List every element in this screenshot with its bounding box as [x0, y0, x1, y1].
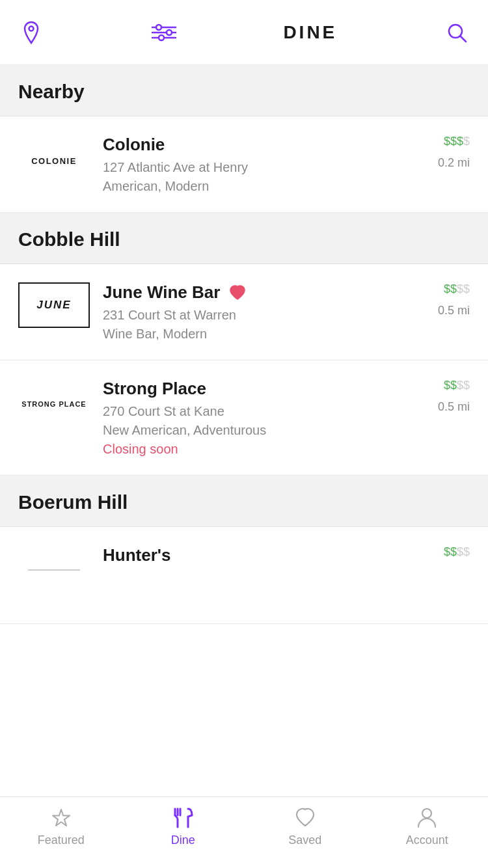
section-boerum-hill: Boerum Hill — [0, 476, 488, 526]
nav-item-featured[interactable]: Featured — [0, 806, 122, 847]
featured-label: Featured — [38, 834, 85, 847]
section-cobble-hill-title: Cobble Hill — [18, 228, 120, 250]
strong-place-right: $$$$ 0.5 mi — [418, 379, 470, 414]
star-icon — [49, 806, 73, 830]
location-icon[interactable] — [18, 20, 44, 46]
svg-point-0 — [29, 26, 34, 31]
svg-point-4 — [156, 25, 161, 30]
filter-icon[interactable] — [151, 20, 177, 46]
section-nearby-title: Nearby — [18, 81, 85, 102]
colonie-address: 127 Atlantic Ave at Henry — [103, 160, 405, 175]
colonie-price: $$$$ — [444, 135, 470, 148]
june-price: $$$$ — [444, 282, 470, 296]
colonie-right: $$$$ 0.2 mi — [418, 135, 470, 170]
colonie-cuisine: American, Modern — [103, 179, 405, 194]
hunters-name: Hunter's — [103, 545, 170, 565]
app-header: DINE — [0, 0, 488, 65]
svg-point-6 — [159, 35, 164, 40]
nav-item-account[interactable]: Account — [366, 806, 489, 847]
colonie-distance: 0.2 mi — [438, 156, 470, 170]
june-name-row: June Wine Bar — [103, 282, 405, 303]
hunters-price: $$$$ — [444, 545, 470, 559]
bottom-navigation: Featured Dine Saved — [0, 796, 488, 868]
section-nearby: Nearby — [0, 65, 488, 116]
svg-line-8 — [460, 36, 466, 42]
dine-label: Dine — [171, 834, 195, 847]
person-icon — [415, 806, 439, 830]
nav-item-dine[interactable]: Dine — [122, 806, 245, 847]
svg-point-5 — [167, 30, 172, 35]
colonie-logo: COLONIE — [18, 135, 90, 187]
strong-place-distance: 0.5 mi — [438, 400, 470, 414]
june-info: June Wine Bar 231 Court St at Warren Win… — [103, 282, 405, 342]
hunters-right: $$$$ — [418, 545, 470, 559]
search-icon[interactable] — [444, 20, 470, 46]
restaurant-hunters[interactable]: Hunter's $$$$ — [0, 527, 488, 624]
strong-place-closing: Closing soon — [103, 442, 405, 457]
strong-place-name: Strong Place — [103, 379, 206, 399]
colonie-name-row: Colonie — [103, 135, 405, 155]
june-right: $$$$ 0.5 mi — [418, 282, 470, 318]
hunters-name-row: Hunter's — [103, 545, 405, 565]
colonie-info: Colonie 127 Atlantic Ave at Henry Americ… — [103, 135, 405, 194]
hunters-info: Hunter's — [103, 545, 405, 571]
account-label: Account — [406, 834, 448, 847]
june-address: 231 Court St at Warren — [103, 308, 405, 323]
june-distance: 0.5 mi — [438, 304, 470, 318]
nav-item-saved[interactable]: Saved — [244, 806, 366, 847]
restaurant-june-wine-bar[interactable]: JUNE June Wine Bar 231 Court St at Warre… — [0, 264, 488, 360]
heart-icon — [293, 806, 317, 830]
june-logo: JUNE — [18, 282, 90, 328]
fork-knife-icon — [171, 806, 195, 830]
restaurant-colonie[interactable]: COLONIE Colonie 127 Atlantic Ave at Henr… — [0, 116, 488, 213]
strong-place-price: $$$$ — [444, 379, 470, 392]
section-cobble-hill: Cobble Hill — [0, 213, 488, 264]
main-content: Nearby COLONIE Colonie 127 Atlantic Ave … — [0, 65, 488, 702]
restaurant-strong-place[interactable]: STRONG PLACE Strong Place 270 Court St a… — [0, 360, 488, 476]
strong-place-name-row: Strong Place — [103, 379, 405, 399]
section-boerum-hill-title: Boerum Hill — [18, 491, 128, 513]
strong-place-address: 270 Court St at Kane — [103, 404, 405, 419]
june-name: June Wine Bar — [103, 282, 220, 303]
june-cuisine: Wine Bar, Modern — [103, 327, 405, 342]
strong-place-info: Strong Place 270 Court St at Kane New Am… — [103, 379, 405, 457]
strong-place-cuisine: New American, Adventurous — [103, 423, 405, 438]
page-title: DINE — [283, 22, 337, 43]
saved-label: Saved — [288, 834, 321, 847]
june-favorite-icon[interactable] — [228, 283, 247, 303]
colonie-name: Colonie — [103, 135, 165, 155]
hunters-logo — [18, 545, 90, 597]
strong-place-logo: STRONG PLACE — [18, 379, 90, 431]
svg-point-12 — [422, 809, 431, 818]
